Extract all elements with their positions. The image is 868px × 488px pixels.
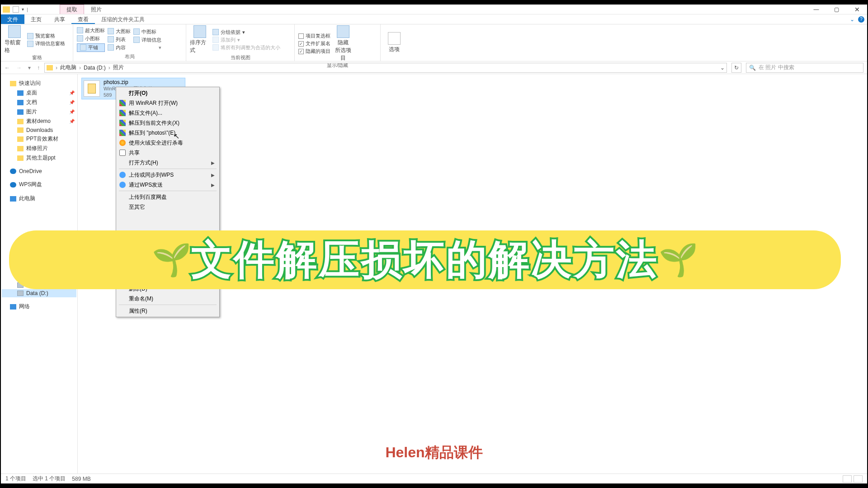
nav-thispc[interactable]: 此电脑	[2, 194, 76, 203]
up-button[interactable]: ↑	[37, 65, 40, 71]
nav-documents[interactable]: 文档📌	[2, 98, 76, 107]
ctx-wps-send[interactable]: 通过WPS发送▶	[117, 180, 218, 190]
help-icon[interactable]: ?	[858, 16, 864, 23]
layout-content[interactable]: 内容	[108, 44, 131, 51]
banner-title: 文件解压损坏的解决方法	[191, 232, 659, 287]
nav-other-ppt[interactable]: 其他主题ppt	[2, 153, 76, 163]
app-icon	[3, 6, 10, 13]
status-bar: 1 个项目 选中 1 个项目 589 MB	[1, 474, 867, 483]
nav-onedrive[interactable]: OneDrive	[2, 167, 76, 175]
ribbon-collapse-icon[interactable]: ⌄	[850, 16, 854, 23]
ctx-open[interactable]: 打开(O)	[117, 88, 218, 98]
preview-pane-button[interactable]: 预览窗格	[27, 33, 65, 39]
crumb-photos[interactable]: 照片	[113, 64, 124, 71]
back-button[interactable]: ←	[5, 65, 10, 71]
sort-button[interactable]: 排序方式	[190, 25, 210, 54]
nav-pane-button[interactable]: 导航窗格	[5, 25, 24, 54]
breadcrumb[interactable]: › 此电脑 › Data (D:) › 照片 ⌄	[44, 63, 727, 73]
minimize-button[interactable]: —	[806, 5, 826, 14]
refresh-button[interactable]: ↻	[731, 63, 741, 73]
layout-xl[interactable]: 超大图标	[77, 27, 105, 34]
search-icon: 🔍	[749, 65, 756, 71]
watermark-text: Helen精品课件	[385, 443, 482, 463]
status-selected: 选中 1 个项目	[33, 475, 66, 483]
layout-sm[interactable]: 小图标	[77, 35, 105, 42]
nav-demo[interactable]: 素材demo📌	[2, 117, 76, 126]
overlay-banner: 🌱 文件解压损坏的解决方法 🌱	[9, 230, 841, 289]
ctx-winrar-open[interactable]: 用 WinRAR 打开(W)	[117, 98, 218, 108]
group-currentview-label: 当前视图	[190, 54, 291, 61]
ribbon: 导航窗格 预览窗格 详细信息窗格 窗格 超大图标 小图标 平铺 大图标 列表	[1, 24, 867, 61]
layout-list[interactable]: 列表	[108, 36, 131, 43]
add-columns-button[interactable]: 添加列 ▾	[212, 37, 280, 43]
ctx-to-other[interactable]: 至其它	[117, 202, 218, 212]
nav-pictures[interactable]: 图片📌	[2, 107, 76, 117]
qat-button[interactable]	[13, 6, 19, 13]
ctx-extract-files[interactable]: 解压文件(A)...	[117, 108, 218, 118]
ctx-baidu-upload[interactable]: 上传到百度网盘	[117, 192, 218, 202]
maximize-button[interactable]: ▢	[826, 5, 847, 14]
ctx-huorong-scan[interactable]: 使用火绒安全进行杀毒	[117, 138, 218, 148]
group-panes-label: 窗格	[5, 54, 69, 61]
checkbox-hidden-items[interactable]: ✓隐藏的项目	[298, 48, 330, 55]
view-details-button[interactable]	[843, 475, 852, 483]
file-name-label: photos.zip	[104, 79, 153, 85]
nav-quick-access[interactable]: 快速访问	[2, 79, 76, 88]
nav-desktop[interactable]: 桌面📌	[2, 88, 76, 98]
context-tab-extract[interactable]: 提取	[60, 5, 84, 14]
layout-tiles[interactable]: 平铺	[77, 43, 105, 52]
forward-button[interactable]: →	[16, 65, 22, 71]
context-tab-photos[interactable]: 照片	[84, 5, 108, 14]
crumb-thispc[interactable]: 此电脑	[60, 64, 76, 71]
ctx-properties[interactable]: 属性(R)	[117, 306, 218, 316]
ctx-open-with[interactable]: 打开方式(H)▶	[117, 158, 218, 168]
ctx-share[interactable]: 共享	[117, 148, 218, 158]
search-input[interactable]: 🔍 在 照片 中搜索	[746, 63, 863, 73]
layout-more[interactable]: ▾	[133, 45, 161, 51]
zip-file-icon	[84, 80, 100, 97]
layout-lg[interactable]: 大图标	[108, 28, 131, 35]
crumb-dropdown-icon[interactable]: ⌄	[720, 65, 725, 71]
layout-md[interactable]: 中图标	[133, 28, 161, 35]
status-size: 589 MB	[72, 476, 90, 482]
nav-ppt-sound[interactable]: PPT音效素材	[2, 134, 76, 144]
address-bar: ← → ▾ ↑ › 此电脑 › Data (D:) › 照片 ⌄ ↻ 🔍 在 照…	[1, 61, 867, 74]
group-by-button[interactable]: 分组依据 ▾	[212, 29, 280, 36]
close-button[interactable]: ✕	[847, 5, 867, 14]
nav-downloads[interactable]: Downloads	[2, 126, 76, 134]
view-icons-button[interactable]	[854, 475, 863, 483]
crumb-data-d[interactable]: Data (D:)	[84, 65, 106, 71]
ribbon-tabstrip: 文件 主页 共享 查看 压缩的文件夹工具 ⌄ ?	[1, 14, 867, 24]
tab-home[interactable]: 主页	[24, 14, 48, 24]
nav-d-drive[interactable]: Data (D:)	[2, 289, 76, 297]
sprout-icon-left: 🌱	[152, 241, 191, 278]
tab-compressed-tools[interactable]: 压缩的文件夹工具	[95, 14, 151, 24]
titlebar: ▾ | 提取 照片 — ▢ ✕	[1, 5, 867, 14]
fit-columns-button[interactable]: 将所有列调整为合适的大小	[212, 44, 280, 51]
hide-selected-button[interactable]: 隐藏 所选项目	[333, 25, 353, 62]
group-layout-label: 布局	[77, 53, 182, 60]
layout-details[interactable]: 详细信息	[133, 37, 161, 43]
nav-refined-photos[interactable]: 精修照片	[2, 144, 76, 153]
folder-icon	[47, 65, 53, 70]
checkbox-item-checkboxes[interactable]: 项目复选框	[298, 33, 330, 39]
tab-share[interactable]: 共享	[48, 14, 71, 24]
ctx-extract-to[interactable]: 解压到 "photos\"(E)	[117, 128, 218, 138]
sprout-icon-right: 🌱	[659, 241, 698, 278]
nav-wps[interactable]: WPS网盘	[2, 180, 76, 189]
ctx-rename[interactable]: 重命名(M)	[117, 294, 218, 304]
details-pane-button[interactable]: 详细信息窗格	[27, 40, 65, 47]
tab-view[interactable]: 查看	[71, 14, 95, 24]
checkbox-file-ext[interactable]: ✓文件扩展名	[298, 40, 330, 47]
ctx-extract-here[interactable]: 解压到当前文件夹(X)	[117, 118, 218, 128]
ctx-wps-sync[interactable]: 上传或同步到WPS▶	[117, 170, 218, 180]
tab-file[interactable]: 文件	[1, 14, 24, 24]
options-button[interactable]: 选项	[384, 25, 404, 60]
nav-network[interactable]: 网络	[2, 302, 76, 311]
status-item-count: 1 个项目	[5, 475, 26, 483]
